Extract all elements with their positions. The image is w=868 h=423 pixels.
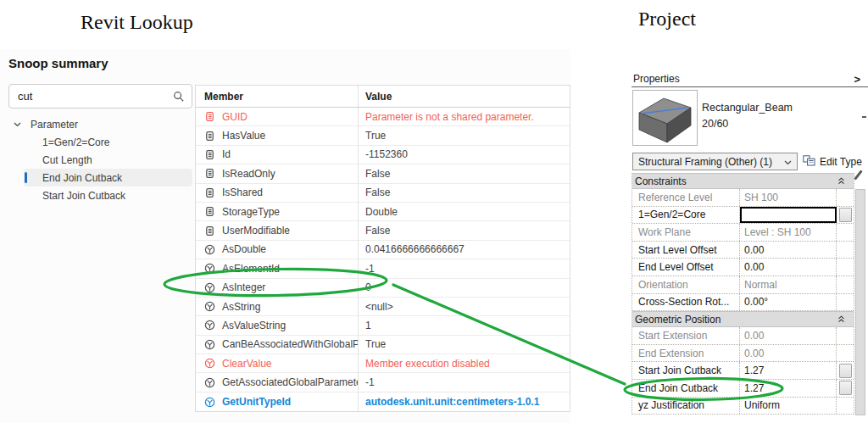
property-value[interactable]: Normal — [740, 276, 837, 293]
value-cell: 0 — [358, 279, 570, 297]
table-row-hasvalue[interactable]: HasValueTrue — [196, 126, 570, 145]
method-icon — [204, 397, 215, 408]
method-icon — [204, 244, 215, 255]
member-cell: HasValue — [196, 130, 358, 142]
property-label: yz Justification — [632, 398, 740, 415]
row-button-column — [837, 276, 854, 293]
value-cell: False — [358, 221, 570, 239]
section-title: Constraints — [635, 175, 687, 187]
table-row-usermodifiable[interactable]: UserModifiableFalse — [196, 221, 570, 240]
property-value-input[interactable] — [740, 207, 837, 224]
table-row-clearvalue[interactable]: ClearValueMember execution disabled — [196, 354, 570, 373]
associate-parameter-button[interactable] — [839, 364, 852, 378]
row-button-column — [837, 224, 854, 241]
properties-scrollbar[interactable] — [855, 189, 865, 415]
edit-type-button[interactable]: Edit Type — [803, 153, 862, 170]
property-label: End Join Cutback — [632, 380, 740, 397]
type-selector-value: Structural Framing (Other) (1) — [638, 156, 772, 168]
member-name: IsShared — [222, 186, 263, 198]
table-row-asstring[interactable]: AsString<null> — [196, 298, 570, 316]
table-row-asinteger[interactable]: AsInteger0 — [196, 279, 570, 298]
table-row-asdouble[interactable]: AsDouble0.0416666666666667 — [196, 241, 570, 259]
property-value[interactable]: 1.27 — [740, 362, 837, 379]
member-cell: GUID — [196, 111, 358, 123]
property-value[interactable]: 0.00° — [740, 294, 837, 311]
member-cell: ClearValue — [196, 358, 358, 370]
property-value[interactable]: 0.00 — [740, 242, 837, 259]
tree-item-1-gen-2-core[interactable]: 1=Gen/2=Core — [24, 133, 192, 151]
table-row-aselementid[interactable]: AsElementId-1 — [196, 259, 570, 278]
member-cell: StorageType — [196, 206, 358, 218]
property-row-end-extension: End Extension0.00 — [632, 345, 854, 363]
value-cell: -1 — [358, 259, 570, 277]
table-row-getassociatedglobalparameter[interactable]: GetAssociatedGlobalParameter-1 — [196, 373, 570, 392]
expand-panel-icon[interactable]: > — [854, 73, 868, 86]
value-cell: False — [358, 164, 570, 182]
property-value[interactable]: Level : SH 100 — [740, 224, 837, 241]
property-label: Start Join Cutback — [632, 362, 740, 379]
search-input[interactable] — [9, 90, 173, 103]
tree-item-cut-length[interactable]: Cut Length — [24, 151, 192, 169]
collapse-section-icon[interactable] — [837, 175, 845, 187]
method-icon — [204, 301, 215, 312]
property-value[interactable]: 0.00 — [740, 345, 837, 362]
tree-item-end-join-cutback[interactable]: End Join Cutback — [24, 169, 192, 186]
property-value[interactable]: SH 100 — [740, 189, 837, 206]
property-value[interactable]: 0.00 — [740, 327, 837, 344]
value-cell: True — [358, 126, 570, 144]
section-header-constraints[interactable]: Constraints — [632, 173, 854, 189]
member-cell: GetUnitTypeId — [196, 396, 358, 408]
property-row-work-plane: Work PlaneLevel : SH 100 — [632, 224, 854, 242]
row-button-column — [837, 327, 854, 344]
tree-item-label: Cut Length — [42, 154, 92, 166]
property-label: Start Level Offset — [632, 242, 740, 259]
table-row-asvaluestring[interactable]: AsValueString1 — [196, 316, 570, 335]
associate-parameter-button[interactable] — [839, 381, 852, 395]
tree-item-parameter[interactable]: Parameter — [0, 115, 195, 133]
value-cell: 1 — [358, 316, 570, 334]
parameter-tree: Parameter1=Gen/2=CoreCut LengthEnd Join … — [0, 115, 195, 204]
property-row-cross-section-rot: Cross-Section Rot...0.00° — [632, 294, 854, 312]
property-value[interactable]: Uniform — [740, 398, 837, 415]
table-row-storagetype[interactable]: StorageTypeDouble — [196, 203, 570, 221]
property-value[interactable]: 0.00 — [740, 259, 837, 276]
table-row-guid[interactable]: GUIDParameter is not a shared parameter. — [196, 108, 570, 126]
member-cell: AsElementId — [196, 263, 358, 275]
row-button-column — [837, 398, 854, 415]
properties-header: Properties > — [632, 71, 868, 87]
member-name: UserModifiable — [222, 225, 290, 237]
search-box[interactable] — [8, 84, 192, 109]
section-header-geometric-position[interactable]: Geometric Position — [632, 311, 854, 327]
chevron-down-icon[interactable] — [14, 122, 21, 127]
collapse-section-icon[interactable] — [837, 314, 845, 326]
property-icon — [204, 149, 215, 160]
member-cell: Id — [196, 148, 358, 160]
type-preview-thumbnail[interactable] — [632, 90, 698, 146]
property-icon — [204, 131, 215, 142]
selection-indicator-bar — [25, 172, 27, 183]
table-row-isreadonly[interactable]: IsReadOnlyFalse — [196, 164, 570, 183]
type-selector-dropdown[interactable]: Structural Framing (Other) (1) — [632, 153, 798, 170]
member-name: IsReadOnly — [222, 168, 275, 180]
table-row-getunittypeid[interactable]: GetUnitTypeIdautodesk.unit.unit:centimet… — [196, 392, 570, 411]
property-row-start-join-cutback: Start Join Cutback1.27 — [632, 362, 854, 380]
search-icon — [173, 91, 185, 103]
property-label: 1=Gen/2=Core — [632, 207, 740, 224]
tree-item-start-join-cutback[interactable]: Start Join Cutback — [24, 186, 192, 204]
method-icon — [204, 263, 215, 274]
associate-parameter-button[interactable] — [839, 208, 852, 222]
value-cell: Double — [358, 203, 570, 220]
table-row-isshared[interactable]: IsSharedFalse — [196, 184, 570, 203]
property-value[interactable]: 1.27 — [740, 380, 837, 397]
edit-type-icon — [803, 155, 815, 169]
tree-item-label: Start Join Cutback — [42, 190, 125, 202]
member-name: GetUnitTypeId — [222, 396, 291, 408]
member-name: AsDouble — [222, 243, 266, 255]
value-cell: -1 — [358, 373, 570, 391]
method-icon — [204, 358, 215, 369]
value-cell: -1152360 — [358, 146, 570, 164]
table-row-canbeassociatedwithglobalparamet[interactable]: CanBeAssociatedWithGlobalParametTrue — [196, 336, 570, 354]
member-name: StorageType — [222, 206, 280, 218]
table-row-id[interactable]: Id-1152360 — [196, 146, 570, 164]
property-row-yz-justification: yz JustificationUniform — [632, 398, 854, 415]
